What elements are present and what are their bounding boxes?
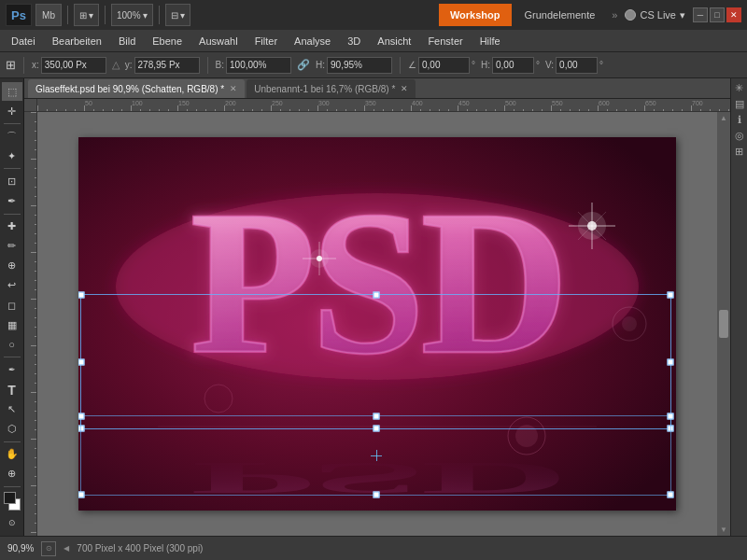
brush-tool[interactable]: ✏ (2, 237, 22, 256)
height-input[interactable] (327, 57, 392, 74)
move-tool[interactable]: ✛ (2, 102, 22, 120)
more-workspaces-icon[interactable]: » (612, 9, 617, 21)
menu-fenster[interactable]: Fenster (420, 34, 470, 49)
cs-live-arrow: ▾ (680, 9, 685, 21)
transform-handle-ml[interactable] (78, 358, 85, 365)
eyedropper-tool[interactable]: ✒ (2, 191, 22, 210)
ruler-horizontal: 5010015020025030035040045050055060065070… (37, 99, 730, 112)
y-input[interactable] (134, 57, 200, 74)
pen-tool[interactable]: ✒ (2, 360, 22, 379)
magic-wand-tool[interactable]: ✦ (2, 147, 22, 165)
panel-icon-1[interactable]: ✳ (735, 82, 743, 94)
heal-tool[interactable]: ✚ (2, 217, 22, 236)
v-field: V: ° (545, 57, 603, 74)
foreground-color-swatch[interactable] (4, 492, 16, 504)
quick-mask-tool[interactable]: ⊙ (2, 513, 22, 532)
history-brush-tool[interactable]: ↩ (2, 276, 22, 295)
canvas-with-rulers: 5010015020025030035040045050055060065070… (24, 99, 730, 536)
maximize-button[interactable]: □ (710, 7, 725, 22)
menu-ebene[interactable]: Ebene (145, 34, 190, 49)
marquee-tool[interactable]: ⬚ (2, 82, 22, 101)
scroll-thumb[interactable] (719, 310, 728, 338)
left-toolbar: ⬚ ✛ ⌒ ✦ ⊡ ✒ ✚ ✏ ⊕ ↩ ◻ ▦ ○ ✒ T ↖ ⬡ ✋ ⊕ ⊙ (0, 78, 24, 536)
h2-label: H: (481, 60, 490, 70)
panel-icon-3[interactable]: ℹ (738, 114, 741, 126)
menu-bearbeiten[interactable]: Bearbeiten (45, 34, 109, 49)
zoom-dropdown[interactable]: 100%▾ (111, 4, 153, 26)
v-input[interactable] (556, 57, 598, 74)
transform-handle2-tl[interactable] (78, 413, 85, 420)
tool-sep-6 (4, 486, 21, 487)
main-area: ⬚ ✛ ⌒ ✦ ⊡ ✒ ✚ ✏ ⊕ ↩ ◻ ▦ ○ ✒ T ↖ ⬡ ✋ ⊕ ⊙ (0, 78, 747, 536)
workshop-button[interactable]: Workshop (439, 4, 512, 26)
close-button[interactable]: ✕ (726, 7, 741, 22)
canvas-scroll[interactable]: PSD PSD PSD PSD PSD (37, 112, 717, 536)
clone-tool[interactable]: ⊕ (2, 257, 22, 275)
crop-tool[interactable]: ⊡ (2, 172, 22, 190)
scroll-down-arrow[interactable]: ▼ (720, 525, 727, 534)
angle-input[interactable] (418, 57, 470, 74)
canvas-row: PSD PSD PSD PSD PSD (24, 112, 730, 536)
screen-mode-dropdown[interactable]: ⊟▾ (165, 4, 190, 26)
width-input[interactable] (226, 57, 291, 74)
grundelemente-button[interactable]: Grundelemente (515, 4, 605, 26)
opt-sep-3 (400, 57, 401, 74)
transform-handle2-bl[interactable] (78, 492, 85, 498)
tool-sep-5 (4, 441, 21, 442)
menu-auswahl[interactable]: Auswahl (191, 34, 246, 49)
br-icon[interactable]: Mb (35, 4, 62, 26)
menu-datei[interactable]: Datei (4, 34, 43, 49)
panel-icon-5[interactable]: ⊞ (735, 146, 743, 158)
height-field: H: (316, 57, 392, 74)
path-select-tool[interactable]: ↖ (2, 400, 22, 419)
dodge-tool[interactable]: ○ (2, 335, 22, 354)
menu-bild[interactable]: Bild (111, 34, 143, 49)
menu-ansicht[interactable]: Ansicht (370, 34, 418, 49)
panel-icon-4[interactable]: ◎ (735, 130, 744, 142)
scroll-up-arrow[interactable]: ▲ (720, 114, 727, 122)
shape-tool[interactable]: ⬡ (2, 420, 22, 439)
menu-3d[interactable]: 3D (340, 34, 368, 49)
menu-hilfe[interactable]: Hilfe (472, 34, 508, 49)
transform-handle2-br[interactable] (668, 492, 674, 498)
menu-analyse[interactable]: Analyse (287, 34, 338, 49)
tab-unbenannt-close[interactable]: ✕ (401, 84, 408, 93)
tool-sep-2 (4, 168, 21, 169)
status-info-button[interactable]: ⊙ (41, 541, 56, 556)
ps-logo: Ps (6, 4, 32, 26)
transform-handle-br[interactable] (668, 426, 674, 432)
transform-handle2-tc[interactable] (373, 413, 379, 420)
transform-handle-mr[interactable] (668, 358, 674, 365)
eraser-tool[interactable]: ◻ (2, 296, 22, 315)
transform-handle-bc[interactable] (373, 426, 379, 432)
lasso-tool[interactable]: ⌒ (2, 127, 22, 146)
gradient-tool[interactable]: ▦ (2, 315, 22, 334)
transform-handle-tl[interactable] (78, 292, 85, 299)
chain-icon: △ (112, 59, 120, 71)
zoom-tool[interactable]: ⊕ (2, 465, 22, 483)
cs-live-area[interactable]: CS Live ▾ (625, 9, 685, 21)
tab-unbenannt[interactable]: Unbenannt-1 bei 16,7% (RGB/8) * ✕ (247, 79, 416, 98)
tab-glaseffekt-close[interactable]: ✕ (230, 84, 237, 93)
window-controls: ─ □ ✕ (693, 7, 741, 22)
transform-handle-tr[interactable] (668, 292, 674, 299)
canvas-document[interactable]: PSD PSD PSD PSD PSD (78, 137, 676, 511)
transform-handle-bl[interactable] (78, 426, 85, 432)
tool-sep-4 (4, 357, 21, 357)
view-mode-dropdown[interactable]: ⊞▾ (74, 4, 99, 26)
transform-options-icon[interactable]: ⊞ (6, 58, 16, 72)
tab-glaseffekt[interactable]: Glaseffekt.psd bei 90,9% (Schatten, RGB/… (28, 79, 245, 98)
x-input[interactable] (41, 57, 106, 74)
svg-point-18 (515, 425, 538, 447)
transform-handle2-bc[interactable] (373, 492, 379, 498)
menu-filter[interactable]: Filter (247, 34, 285, 49)
h2-input[interactable] (492, 57, 534, 74)
transform-handle2-tr[interactable] (668, 413, 674, 420)
hand-tool[interactable]: ✋ (2, 445, 22, 464)
panel-icon-2[interactable]: ▤ (735, 98, 744, 110)
type-tool[interactable]: T (2, 380, 22, 399)
nav-prev-button[interactable]: ◀ (63, 544, 69, 553)
vertical-scrollbar[interactable]: ▲ ▼ (717, 112, 730, 536)
minimize-button[interactable]: ─ (693, 7, 708, 22)
transform-handle-tc[interactable] (373, 292, 379, 299)
